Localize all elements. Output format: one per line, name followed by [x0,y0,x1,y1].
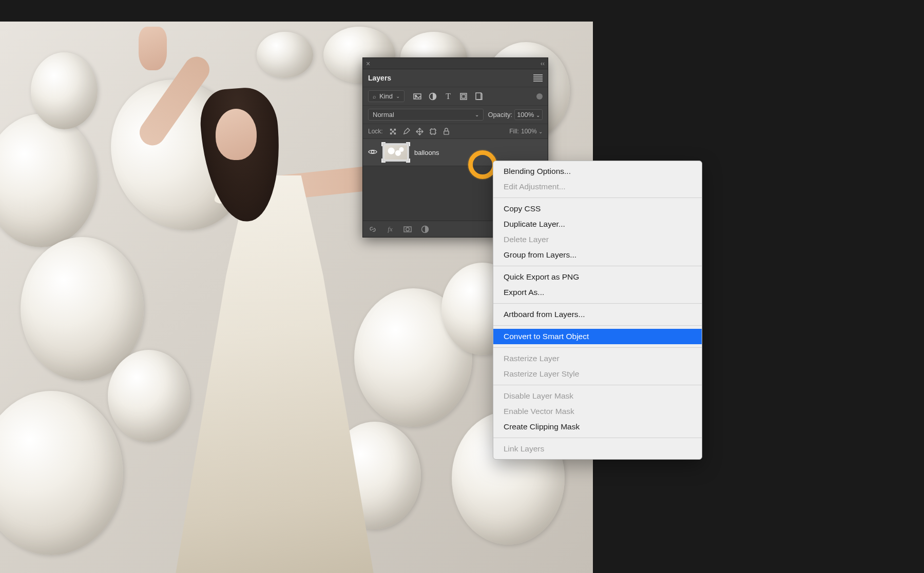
lock-transparency-icon[interactable] [389,127,397,135]
link-layers-icon[interactable] [368,225,377,234]
opacity-value[interactable]: 100% ⌄ [514,109,543,120]
lock-position-icon[interactable] [416,127,424,135]
svg-rect-7 [392,130,394,132]
menu-item-rasterize-layer: Rasterize Layer [493,351,702,366]
svg-rect-12 [444,131,449,134]
chevron-down-icon: ⌄ [475,112,479,117]
menu-item-duplicate-layer[interactable]: Duplicate Layer... [493,216,702,232]
fill-value[interactable]: 100% ⌄ [521,128,543,135]
chevron-down-icon: ⌄ [538,129,543,134]
svg-rect-8 [394,128,396,130]
menu-item-edit-adjustment: Edit Adjustment... [493,179,702,194]
menu-separator [493,438,702,438]
lock-all-icon[interactable] [442,127,451,135]
visibility-toggle-icon[interactable] [368,148,377,157]
layer-context-menu: Blending Options...Edit Adjustment...Cop… [493,161,702,460]
lock-artboard-icon[interactable] [429,127,437,135]
menu-item-delete-layer: Delete Layer [493,232,702,247]
chevron-down-icon: ⌄ [536,112,540,118]
close-panel-icon[interactable]: × [366,60,370,68]
menu-separator [493,266,702,266]
opacity-label: Opacity: [488,111,512,118]
add-mask-icon[interactable] [403,225,412,234]
menu-item-artboard-from-layers[interactable]: Artboard from Layers... [493,307,702,322]
blend-mode-select[interactable]: Normal ⌄ [368,109,484,121]
filter-label: Kind [379,92,393,100]
filter-pixel-icon[interactable] [413,92,422,101]
menu-item-quick-export-as-png[interactable]: Quick Export as PNG [493,269,702,285]
chevron-down-icon: ⌄ [396,93,400,99]
menu-separator [493,325,702,326]
panel-title: Layers [368,74,391,82]
layer-filter-select[interactable]: ⌕ Kind ⌄ [368,90,405,102]
menu-item-disable-layer-mask: Disable Layer Mask [493,388,702,404]
svg-rect-10 [394,132,396,134]
search-icon: ⌕ [373,93,376,100]
menu-item-enable-vector-mask: Enable Vector Mask [493,404,702,419]
menu-item-convert-to-smart-object[interactable]: Convert to Smart Object [493,329,702,344]
svg-rect-9 [390,132,392,134]
menu-item-export-as[interactable]: Export As... [493,285,702,300]
filter-type-icon[interactable]: T [444,92,453,101]
menu-separator [493,303,702,304]
menu-separator [493,385,702,385]
filter-smartobject-icon[interactable] [474,92,484,101]
filter-adjustment-icon[interactable] [428,92,437,101]
menu-item-copy-css[interactable]: Copy CSS [493,201,702,216]
svg-point-13 [371,150,374,153]
menu-item-blending-options[interactable]: Blending Options... [493,164,702,179]
svg-rect-6 [390,128,392,130]
menu-separator [493,347,702,348]
photo-subject [159,57,385,573]
new-adjustment-icon[interactable] [420,225,430,234]
menu-item-rasterize-layer-style: Rasterize Layer Style [493,366,702,382]
layer-style-icon[interactable]: fx [386,225,395,234]
panel-menu-icon[interactable] [533,74,543,82]
menu-item-create-clipping-mask[interactable]: Create Clipping Mask [493,419,702,434]
svg-rect-11 [431,129,435,133]
menu-item-group-from-layers[interactable]: Group from Layers... [493,247,702,263]
fill-label: Fill: [509,128,519,135]
menu-separator [493,197,702,198]
svg-point-15 [406,227,409,230]
lock-label: Lock: [368,128,383,135]
layer-name[interactable]: balloons [414,149,439,156]
menu-item-link-layers: Link Layers [493,441,702,457]
layer-thumbnail[interactable] [382,143,409,162]
svg-rect-4 [462,94,466,98]
svg-rect-5 [476,93,481,100]
filter-toggle-switch[interactable] [536,93,543,100]
blend-mode-value: Normal [373,111,394,118]
lock-pixels-icon[interactable] [402,127,411,135]
filter-shape-icon[interactable] [459,92,468,101]
collapse-panel-icon[interactable]: ‹‹ [541,60,545,67]
